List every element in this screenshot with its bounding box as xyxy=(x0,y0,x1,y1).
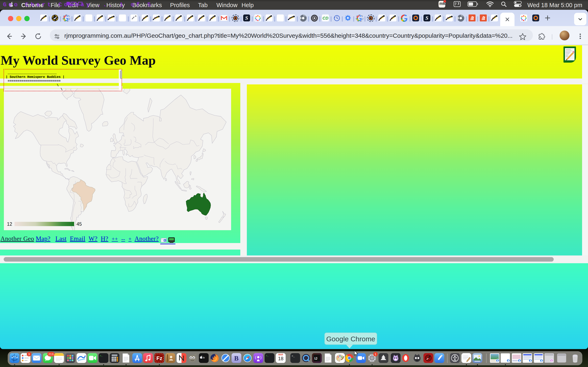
svg-text:>_: >_ xyxy=(292,355,295,358)
svg-text:Fz: Fz xyxy=(156,355,162,361)
svg-text:>_: >_ xyxy=(266,355,269,357)
svg-text:IJ: IJ xyxy=(314,357,317,360)
svg-text:CD: CD xyxy=(323,16,329,20)
svg-text:S: S xyxy=(425,15,428,21)
svg-text:tv: tv xyxy=(203,356,205,359)
svg-text:B: B xyxy=(234,355,238,362)
svg-text:S: S xyxy=(245,15,248,21)
svg-text:>_: >_ xyxy=(100,355,103,357)
svg-text:E: E xyxy=(164,239,166,242)
